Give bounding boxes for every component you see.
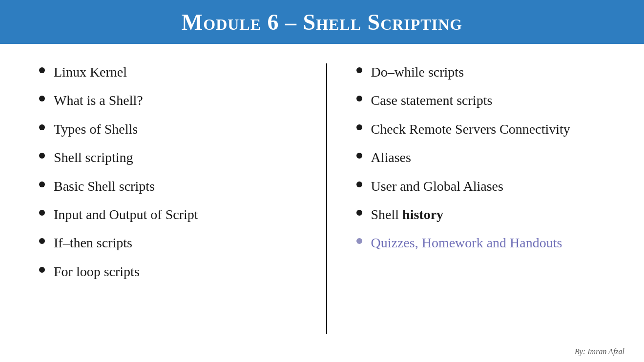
list-item: Input and Output of Script	[39, 206, 297, 223]
list-item: Case statement scripts	[356, 92, 615, 109]
list-item: Linux Kernel	[39, 63, 297, 81]
bullet-dot-icon	[356, 96, 362, 101]
item-label: User and Global Aliases	[371, 178, 503, 195]
bullet-dot-icon	[39, 210, 45, 216]
list-item: Quizzes, Homework and Handouts	[356, 234, 615, 252]
bullet-dot-icon	[356, 238, 362, 244]
right-column: Do–while scripts Case statement scripts …	[327, 63, 615, 334]
list-item: Do–while scripts	[356, 63, 615, 81]
left-bullet-list: Linux Kernel What is a Shell? Types of S…	[39, 63, 297, 281]
list-item: Shell scripting	[39, 149, 297, 166]
item-label: Aliases	[371, 149, 411, 166]
bullet-dot-icon	[39, 124, 45, 130]
bullet-dot-icon	[39, 96, 45, 101]
item-label: Types of Shells	[54, 121, 138, 138]
item-label: Case statement scripts	[371, 92, 493, 109]
bullet-dot-icon	[356, 153, 362, 159]
bullet-dot-icon	[39, 181, 45, 187]
item-label: Shell history	[371, 206, 444, 223]
list-item: For loop scripts	[39, 263, 297, 281]
bullet-dot-icon	[39, 67, 45, 73]
bullet-dot-icon	[39, 238, 45, 244]
header-bar: Module 6 – Shell Scripting	[0, 0, 644, 44]
item-label: Basic Shell scripts	[54, 178, 155, 195]
item-label: Linux Kernel	[54, 63, 127, 81]
list-item: Shell history	[356, 206, 615, 223]
list-item: Basic Shell scripts	[39, 178, 297, 195]
left-column: Linux Kernel What is a Shell? Types of S…	[39, 63, 327, 334]
bullet-dot-icon	[356, 210, 362, 216]
item-label: Check Remote Servers Connectivity	[371, 121, 570, 138]
slide-title: Module 6 – Shell Scripting	[182, 9, 462, 35]
bold-history: history	[402, 207, 443, 222]
slide-footer: By: Imran Afzal	[0, 343, 644, 362]
list-item: User and Global Aliases	[356, 178, 615, 195]
bullet-dot-icon	[356, 67, 362, 73]
item-label: For loop scripts	[54, 263, 140, 281]
list-item: Check Remote Servers Connectivity	[356, 121, 615, 138]
list-item: What is a Shell?	[39, 92, 297, 109]
bullet-dot-icon	[356, 181, 362, 187]
item-label: Input and Output of Script	[54, 206, 198, 223]
bullet-dot-icon	[39, 267, 45, 273]
item-label: What is a Shell?	[54, 92, 143, 109]
item-label-highlight: Quizzes, Homework and Handouts	[371, 234, 562, 252]
list-item: If–then scripts	[39, 234, 297, 252]
list-item: Types of Shells	[39, 121, 297, 138]
bullet-dot-icon	[39, 153, 45, 159]
list-item: Aliases	[356, 149, 615, 166]
slide: Module 6 – Shell Scripting Linux Kernel …	[0, 0, 644, 362]
content-area: Linux Kernel What is a Shell? Types of S…	[0, 44, 644, 343]
bullet-dot-icon	[356, 124, 362, 130]
item-label: Do–while scripts	[371, 63, 464, 81]
item-label: If–then scripts	[54, 234, 132, 252]
item-label: Shell scripting	[54, 149, 133, 166]
author-credit: By: Imran Afzal	[575, 347, 624, 356]
right-bullet-list: Do–while scripts Case statement scripts …	[356, 63, 615, 252]
